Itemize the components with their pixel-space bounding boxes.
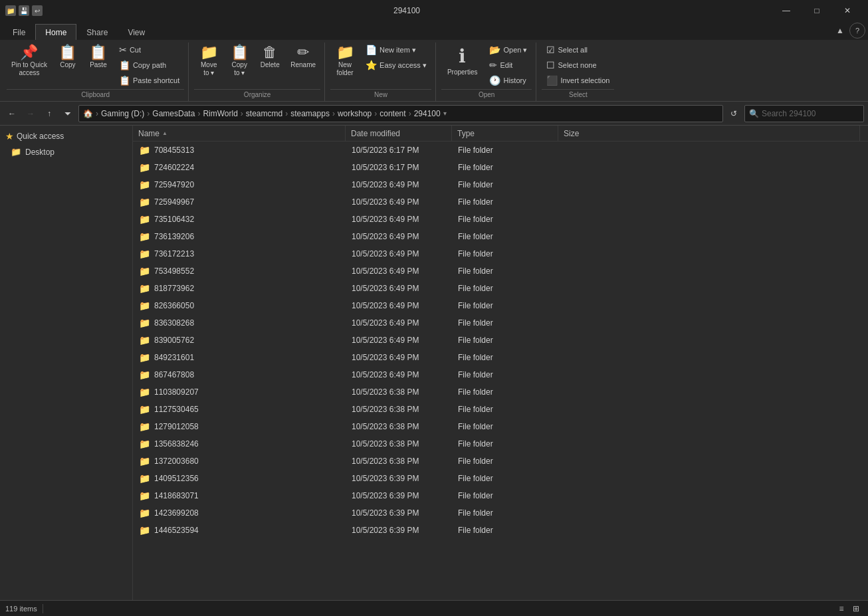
table-row[interactable]: 📁 1103809207 10/5/2023 6:38 PM File fold… [133,383,868,401]
search-input[interactable] [762,109,841,118]
cut-icon: ✂ [119,45,127,55]
sidebar-item-desktop[interactable]: 📁 Desktop [0,144,132,159]
tab-share[interactable]: Share [76,24,118,40]
file-name-cell: 📁 735106432 [136,214,349,225]
table-row[interactable]: 📁 818773962 10/5/2023 6:49 PM File folde… [133,280,868,297]
col-header-date[interactable]: Date modified [346,126,452,141]
open-button[interactable]: 📂 Open ▾ [485,43,532,57]
title-bar-icons: 📁 💾 ↩ [5,5,43,16]
file-date-cell: 10/5/2023 6:49 PM [349,180,455,189]
table-row[interactable]: 📁 1409512356 10/5/2023 6:39 PM File fold… [133,470,868,487]
path-part-4[interactable]: steamapps [290,109,330,118]
copy-to-button[interactable]: 📋 Copyto ▾ [225,43,254,80]
table-row[interactable]: 📁 725949967 10/5/2023 6:49 PM File folde… [133,193,868,211]
folder-icon: 📁 [139,456,150,466]
ribbon-group-clipboard: 📌 Pin to Quickaccess 📋 Copy 📋 Paste ✂ [3,43,189,101]
col-header-size[interactable]: Size [558,126,860,141]
maximize-button[interactable]: □ [802,0,832,21]
copy-button[interactable]: 📋 Copy [53,43,82,72]
path-part-3[interactable]: steamcmd [246,109,282,118]
file-name: 849231601 [154,353,194,362]
rename-button[interactable]: ✏ Rename [286,43,320,72]
path-part-7[interactable]: 294100 [414,109,441,118]
table-row[interactable]: 📁 849231601 10/5/2023 6:49 PM File folde… [133,349,868,366]
tab-file[interactable]: File [3,24,35,40]
table-row[interactable]: 📁 736172213 10/5/2023 6:49 PM File folde… [133,245,868,262]
select-label: Select [542,89,614,98]
address-path[interactable]: 🏠 › Gaming (D:) › GamesData › RimWorld ›… [78,105,723,122]
file-name-cell: 📁 724602224 [136,162,349,173]
paste-button[interactable]: 📋 Paste [84,43,113,72]
path-part-6[interactable]: content [380,109,405,118]
table-row[interactable]: 📁 826366050 10/5/2023 6:49 PM File folde… [133,297,868,314]
select-all-button[interactable]: ☑ Select all [542,43,614,57]
path-part-0[interactable]: Gaming (D:) [101,109,144,118]
table-row[interactable]: 📁 753498552 10/5/2023 6:49 PM File folde… [133,262,868,280]
desktop-folder-icon: 📁 [11,147,21,157]
forward-button: → [23,106,39,122]
move-to-button[interactable]: 📁 Moveto ▾ [194,43,223,80]
table-row[interactable]: 📁 867467808 10/5/2023 6:49 PM File folde… [133,366,868,383]
undo-icon[interactable]: ↩ [32,5,43,16]
table-row[interactable]: 📁 708455313 10/5/2023 6:17 PM File folde… [133,142,868,159]
recent-locations-button[interactable]: ⏷ [60,106,76,122]
path-part-2[interactable]: RimWorld [203,109,237,118]
col-header-name[interactable]: Name ▲ [133,126,346,141]
table-row[interactable]: 📁 1423699208 10/5/2023 6:39 PM File fold… [133,504,868,522]
table-row[interactable]: 📁 724602224 10/5/2023 6:17 PM File folde… [133,159,868,176]
tab-home[interactable]: Home [35,24,76,40]
up-button[interactable]: ↑ [41,106,57,122]
file-date-cell: 10/5/2023 6:39 PM [349,526,455,535]
close-button[interactable]: ✕ [832,0,863,21]
quick-access-star-icon: ★ [5,131,14,142]
path-part-5[interactable]: workshop [338,109,372,118]
table-row[interactable]: 📁 839005762 10/5/2023 6:49 PM File folde… [133,332,868,349]
ribbon-minimize-button[interactable]: ▲ [832,23,848,39]
minimize-button[interactable]: — [771,0,802,21]
open-icon: 📂 [489,45,500,55]
table-row[interactable]: 📁 1356838246 10/5/2023 6:38 PM File fold… [133,435,868,453]
new-item-button[interactable]: 📄 New item ▾ [361,43,431,57]
file-name: 1127530465 [154,405,199,414]
copy-path-button[interactable]: 📋 Copy path [114,58,184,72]
table-row[interactable]: 📁 1418683071 10/5/2023 6:39 PM File fold… [133,487,868,504]
details-view-button[interactable]: ≡ [835,602,848,615]
history-button[interactable]: 🕐 History [485,73,532,88]
cut-button[interactable]: ✂ Cut [114,43,184,57]
new-group-content: 📁 Newfolder 📄 New item ▾ ⭐ Easy access ▾ [330,43,431,88]
delete-button[interactable]: 🗑 Delete [255,43,284,72]
table-row[interactable]: 📁 735106432 10/5/2023 6:49 PM File folde… [133,211,868,228]
file-name-cell: 📁 1103809207 [136,387,349,397]
back-button[interactable]: ← [4,106,20,122]
path-dropdown-arrow[interactable]: ▾ [443,110,447,117]
table-row[interactable]: 📁 1279012058 10/5/2023 6:38 PM File fold… [133,418,868,435]
table-row[interactable]: 📁 1372003680 10/5/2023 6:38 PM File fold… [133,453,868,470]
sidebar: ★ Quick access 📁 Desktop [0,126,133,600]
file-date-cell: 10/5/2023 6:38 PM [349,405,455,414]
help-button[interactable]: ? [849,23,865,39]
easy-access-button[interactable]: ⭐ Easy access ▾ [361,58,431,72]
tab-view[interactable]: View [118,24,155,40]
path-part-1[interactable]: GamesData [152,109,195,118]
pin-to-quick-access-button[interactable]: 📌 Pin to Quickaccess [7,43,52,80]
col-header-type[interactable]: Type [452,126,558,141]
table-row[interactable]: 📁 1127530465 10/5/2023 6:38 PM File fold… [133,401,868,418]
table-row[interactable]: 📁 725947920 10/5/2023 6:49 PM File folde… [133,176,868,193]
new-folder-button[interactable]: 📁 Newfolder [330,43,360,80]
copy-path-icon: 📋 [119,60,130,70]
refresh-button[interactable]: ↺ [726,106,742,122]
table-row[interactable]: 📁 736139206 10/5/2023 6:49 PM File folde… [133,228,868,245]
file-name-cell: 📁 1279012058 [136,421,349,432]
sidebar-item-quick-access[interactable]: ★ Quick access [0,128,132,144]
edit-button[interactable]: ✏ Edit [485,58,532,72]
search-box[interactable]: 🔍 [744,105,864,122]
select-none-button[interactable]: ☐ Select none [542,58,614,72]
large-icons-view-button[interactable]: ⊞ [849,602,863,615]
table-row[interactable]: 📁 1446523594 10/5/2023 6:39 PM File fold… [133,522,868,539]
invert-selection-button[interactable]: ⬛ Invert selection [542,73,614,88]
paste-shortcut-button[interactable]: 📋 Paste shortcut [114,73,184,88]
pin-icon: 📌 [20,45,38,60]
table-row[interactable]: 📁 836308268 10/5/2023 6:49 PM File folde… [133,314,868,332]
properties-button[interactable]: ℹ Properties [441,43,484,78]
organize-label: Organize [194,89,320,98]
